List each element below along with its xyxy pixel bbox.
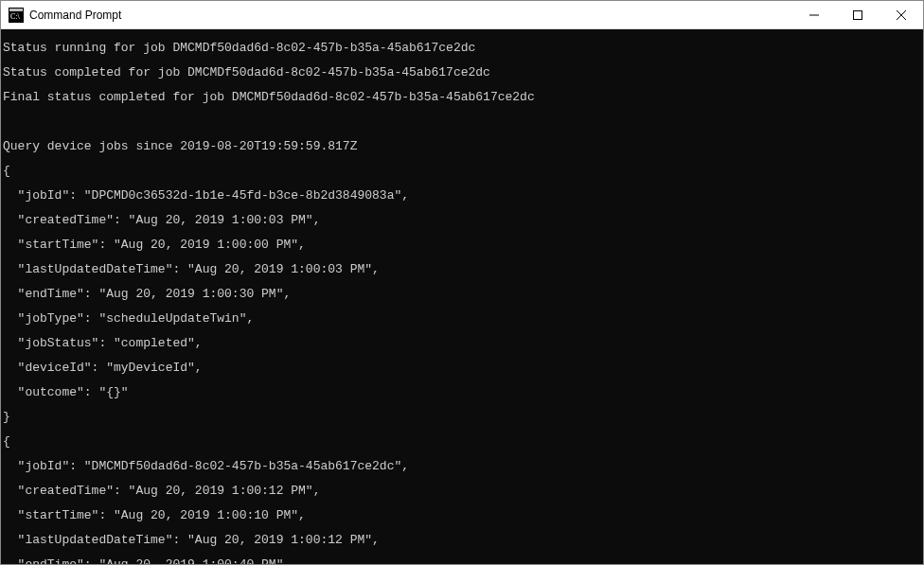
titlebar[interactable]: C:\ Command Prompt bbox=[1, 1, 923, 29]
output-line: "startTime": "Aug 20, 2019 1:00:10 PM", bbox=[3, 509, 921, 521]
output-line: "outcome": "{}" bbox=[3, 386, 921, 398]
output-line: Final status completed for job DMCMDf50d… bbox=[3, 91, 921, 103]
window-controls bbox=[792, 1, 923, 28]
output-line: "lastUpdatedDateTime": "Aug 20, 2019 1:0… bbox=[3, 534, 921, 546]
output-line: "startTime": "Aug 20, 2019 1:00:00 PM", bbox=[3, 238, 921, 251]
close-button[interactable] bbox=[880, 1, 923, 28]
output-line: "jobType": "scheduleUpdateTwin", bbox=[3, 312, 921, 325]
output-line: Query device jobs since 2019-08-20T19:59… bbox=[3, 140, 921, 152]
output-line bbox=[3, 115, 921, 128]
svg-rect-1 bbox=[9, 9, 23, 11]
output-line: } bbox=[3, 411, 921, 423]
output-line: "endTime": "Aug 20, 2019 1:00:40 PM", bbox=[3, 558, 921, 564]
command-prompt-window: C:\ Command Prompt Status running for jo… bbox=[0, 0, 924, 565]
svg-rect-4 bbox=[854, 10, 862, 19]
cmd-icon: C:\ bbox=[9, 8, 24, 23]
maximize-button[interactable] bbox=[836, 1, 880, 28]
output-line: "lastUpdatedDateTime": "Aug 20, 2019 1:0… bbox=[3, 263, 921, 275]
output-line: "endTime": "Aug 20, 2019 1:00:30 PM", bbox=[3, 288, 921, 300]
output-line: { bbox=[3, 435, 921, 448]
output-line: "createdTime": "Aug 20, 2019 1:00:12 PM"… bbox=[3, 485, 921, 497]
output-line: { bbox=[3, 165, 921, 177]
output-line: Status running for job DMCMDf50dad6d-8c0… bbox=[3, 42, 921, 54]
output-line: "jobId": "DMCMDf50dad6d-8c02-457b-b35a-4… bbox=[3, 460, 921, 472]
svg-text:C:\: C:\ bbox=[10, 12, 21, 21]
window-title: Command Prompt bbox=[29, 9, 792, 22]
minimize-button[interactable] bbox=[792, 1, 836, 28]
output-line: "createdTime": "Aug 20, 2019 1:00:03 PM"… bbox=[3, 214, 921, 226]
terminal-output[interactable]: Status running for job DMCMDf50dad6d-8c0… bbox=[1, 29, 923, 564]
output-line: "jobId": "DPCMD0c36532d-1b1e-45fd-b3ce-8… bbox=[3, 189, 921, 202]
output-line: "jobStatus": "completed", bbox=[3, 337, 921, 349]
output-line: "deviceId": "myDeviceId", bbox=[3, 362, 921, 374]
output-line: Status completed for job DMCMDf50dad6d-8… bbox=[3, 66, 921, 79]
